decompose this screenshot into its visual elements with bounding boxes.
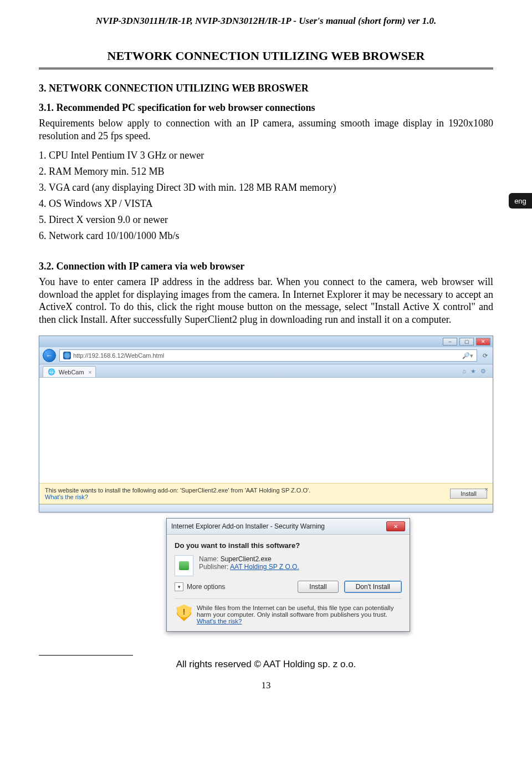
dialog-actions: ▾ More options Install Don't Install	[175, 581, 402, 599]
address-bar[interactable]: http://192.168.6.12/WebCam.html 🔎▾	[59, 349, 477, 362]
favorites-icon[interactable]: ★	[470, 368, 476, 375]
dialog-title-text: Internet Explorer Add-on Installer - Sec…	[171, 522, 325, 530]
footer-rule	[39, 655, 133, 656]
dialog-info: Name: SuperClient2.exe Publisher: AAT Ho…	[175, 555, 402, 576]
title-rule	[39, 68, 493, 69]
list-item: 4. OS Windows XP / VISTA	[39, 198, 493, 210]
intro-paragraph: Requirements below apply to connection w…	[39, 117, 493, 142]
ie-icon	[63, 352, 71, 359]
security-warning-dialog: Internet Explorer Add-on Installer - Sec…	[166, 518, 410, 632]
publisher-label: Publisher:	[199, 563, 228, 571]
heading-3-1: 3.1. Recommended PC specification for we…	[39, 102, 493, 114]
more-options-toggle[interactable]: ▾ More options	[175, 582, 225, 591]
list-item: 3. VGA card (any displaying Direct 3D wi…	[39, 182, 493, 194]
browser-toolbar: ← http://192.168.6.12/WebCam.html 🔎▾ ⟳	[39, 347, 493, 364]
footer-text: All rights reserved © AAT Holding sp. z …	[39, 659, 493, 670]
browser-statusbar	[39, 504, 493, 512]
browser-tab[interactable]: 🌐 WebCam ×	[43, 366, 96, 377]
url-text: http://192.168.6.12/WebCam.html	[73, 352, 164, 359]
browser-content-area	[39, 378, 493, 483]
chevron-down-icon: ▾	[175, 582, 183, 591]
dialog-body: Do you want to install this software? Na…	[167, 535, 410, 631]
browser-window: – ▢ ✕ ← http://192.168.6.12/WebCam.html …	[39, 336, 493, 512]
search-dropdown-icon[interactable]: 🔎▾	[462, 352, 473, 359]
window-titlebar: – ▢ ✕	[39, 336, 493, 347]
name-label: Name:	[199, 555, 218, 563]
tab-close-icon[interactable]: ×	[88, 369, 91, 375]
section-title: NETWORK CONNECTION UTILIZING WEB BROWSER	[39, 49, 493, 63]
dialog-titlebar: Internet Explorer Add-on Installer - Sec…	[167, 519, 410, 535]
document-header: NVIP-3DN3011H/IR-1P, NVIP-3DN3012H/IR-1P…	[39, 16, 493, 27]
dialog-question: Do you want to install this software?	[175, 541, 402, 550]
warning-text-block: While files from the Internet can be use…	[197, 605, 400, 624]
body-paragraph: You have to enter camera IP address in t…	[39, 276, 493, 326]
requirements-list: 1. CPU Intel Pentium IV 3 GHz or newer 2…	[39, 150, 493, 242]
language-tab: eng	[509, 193, 532, 209]
infobar-risk-link[interactable]: What's the risk?	[45, 494, 310, 500]
more-options-label: More options	[187, 583, 225, 591]
list-item: 5. Direct X version 9.0 or newer	[39, 214, 493, 226]
dialog-labels: Name: SuperClient2.exe Publisher: AAT Ho…	[199, 555, 299, 571]
refresh-icon[interactable]: ⟳	[480, 352, 489, 359]
back-button[interactable]: ←	[43, 349, 56, 362]
list-item: 2. RAM Memory min. 512 MB	[39, 166, 493, 177]
tools-gear-icon[interactable]: ⚙	[480, 368, 486, 375]
publisher-link[interactable]: AAT Holding SP Z O.O.	[230, 563, 299, 571]
home-icon[interactable]: ⌂	[462, 368, 466, 375]
name-value: SuperClient2.exe	[221, 555, 272, 563]
warning-risk-link[interactable]: What's the risk?	[197, 618, 242, 624]
dialog-warning: While files from the Internet can be use…	[175, 599, 402, 626]
tab-bar: 🌐 WebCam × ⌂ ★ ⚙	[39, 364, 493, 378]
screenshot-area: – ▢ ✕ ← http://192.168.6.12/WebCam.html …	[39, 336, 493, 632]
list-item: 6. Network card 10/100/1000 Mb/s	[39, 230, 493, 242]
maximize-button[interactable]: ▢	[459, 338, 474, 346]
heading-3-2: 3.2. Connection with IP camera via web b…	[39, 261, 493, 272]
infobar-close-icon[interactable]: ×	[485, 486, 488, 492]
infobar-text-block: This website wants to install the follow…	[45, 487, 310, 500]
install-button[interactable]: Install	[298, 581, 338, 593]
shield-warning-icon	[177, 605, 191, 621]
installer-file-icon	[175, 555, 193, 576]
dialog-close-button[interactable]: ✕	[386, 521, 405, 531]
close-button[interactable]: ✕	[476, 338, 490, 346]
tab-label: WebCam	[59, 369, 84, 375]
minimize-button[interactable]: –	[443, 338, 457, 346]
activex-infobar: This website wants to install the follow…	[39, 483, 493, 504]
toolbar-shortcut-icons: ⌂ ★ ⚙	[459, 365, 489, 377]
infobar-message: This website wants to install the follow…	[45, 487, 310, 494]
list-item: 1. CPU Intel Pentium IV 3 GHz or newer	[39, 150, 493, 161]
infobar-install-button[interactable]: Install	[450, 489, 487, 499]
page-number: 13	[39, 680, 493, 691]
dont-install-button[interactable]: Don't Install	[344, 581, 402, 593]
warning-text: While files from the Internet can be use…	[197, 605, 393, 618]
heading-3: 3. NETWORK CONNECTION UTILIZING WEB BROS…	[39, 83, 493, 94]
globe-icon: 🌐	[48, 368, 55, 375]
